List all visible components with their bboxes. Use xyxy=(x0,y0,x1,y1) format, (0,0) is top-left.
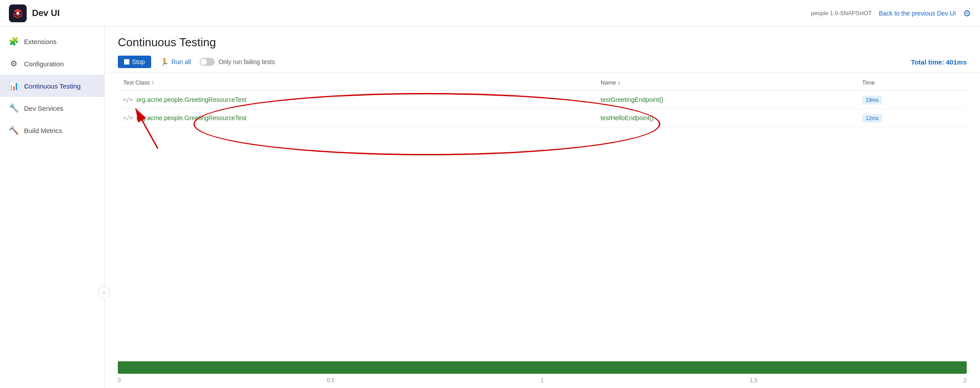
axis-label-15: 1.5 xyxy=(750,377,758,384)
main-content: Continuous Testing Stop 🏃 Run all Only r… xyxy=(104,27,980,388)
col-name[interactable]: Name ↕ xyxy=(595,75,857,91)
extensions-icon: 🧩 xyxy=(9,36,19,46)
bottom-section: 0 0.5 1 1.5 2 xyxy=(104,352,980,388)
test-class-cell: </> org.acme.people.GreetingResourceTest xyxy=(118,109,595,127)
table-row: </> org.acme.people.GreetingResourceTest… xyxy=(118,109,967,127)
col-test-class[interactable]: Test Class ↑ xyxy=(118,75,595,91)
test-name-cell: testHelloEndpoint() xyxy=(595,109,857,127)
time-badge: 19ms xyxy=(862,96,882,105)
sidebar-item-label: Continuous Testing xyxy=(24,82,80,90)
table-container: Test Class ↑ Name ↕ Time </> org.acme.pe… xyxy=(104,73,980,352)
toggle-switch[interactable] xyxy=(200,58,215,66)
only-failing-label: Only run failing tests xyxy=(218,58,275,65)
dev-services-icon: 🔧 xyxy=(9,103,19,113)
sidebar-item-configuration[interactable]: ⚙ Configuration xyxy=(0,53,104,75)
test-name-link[interactable]: testGreetingEndpoint() xyxy=(601,96,663,103)
svg-point-0 xyxy=(16,12,19,15)
run-all-label: Run all xyxy=(172,58,191,65)
test-name-cell: testGreetingEndpoint() xyxy=(595,91,857,109)
test-time-cell: 12ms xyxy=(857,109,967,127)
stop-label: Stop xyxy=(132,58,145,65)
sidebar-item-continuous-testing[interactable]: 📊 Continuous Testing xyxy=(0,75,104,97)
axis-label-0: 0 xyxy=(118,377,121,384)
stop-square-icon xyxy=(124,59,129,65)
gear-icon[interactable]: ⚙ xyxy=(963,8,971,19)
toolbar: Stop 🏃 Run all Only run failing tests To… xyxy=(118,56,967,68)
test-class-link[interactable]: org.acme.people.GreetingResourceTest xyxy=(137,96,246,103)
configuration-icon: ⚙ xyxy=(9,59,19,69)
run-all-button[interactable]: 🏃 Run all xyxy=(160,58,191,66)
page-title: Continuous Testing xyxy=(118,36,967,49)
run-icon: 🏃 xyxy=(160,58,169,66)
axis-label-05: 0.5 xyxy=(327,377,335,384)
axis-labels: 0 0.5 1 1.5 2 xyxy=(118,377,967,384)
time-badge: 12ms xyxy=(862,114,882,123)
sidebar-item-extensions[interactable]: 🧩 Extensions xyxy=(0,30,104,53)
back-to-previous-button[interactable]: Back to the previous Dev UI xyxy=(879,10,956,17)
col-time: Time xyxy=(857,75,967,91)
code-tag-icon: </> xyxy=(123,97,133,103)
progress-bar xyxy=(118,361,967,374)
header-left: Dev UI xyxy=(9,4,60,22)
sidebar-item-label: Dev Services xyxy=(24,105,63,112)
test-class-cell: </> org.acme.people.GreetingResourceTest xyxy=(118,91,595,109)
continuous-testing-icon: 📊 xyxy=(9,81,19,91)
sidebar: 🧩 Extensions ⚙ Configuration 📊 Continuou… xyxy=(0,27,104,388)
sidebar-item-build-metrics[interactable]: 🔨 Build Metrics xyxy=(0,119,104,141)
total-time-label: Total time: xyxy=(911,58,944,66)
build-metrics-icon: 🔨 xyxy=(9,125,19,135)
app-title: Dev UI xyxy=(32,8,60,18)
sidebar-item-label: Build Metrics xyxy=(24,127,62,134)
main-header: Continuous Testing Stop 🏃 Run all Only r… xyxy=(104,27,980,73)
header-right: people 1.0-SNAPSHOT Back to the previous… xyxy=(811,8,971,19)
test-class-link[interactable]: org.acme.people.GreetingResourceTest xyxy=(137,114,246,121)
total-time: Total time: 401ms xyxy=(911,58,967,66)
test-results-table: Test Class ↑ Name ↕ Time </> org.acme.pe… xyxy=(118,75,967,127)
test-name-link[interactable]: testHelloEndpoint() xyxy=(601,114,654,121)
only-failing-toggle[interactable]: Only run failing tests xyxy=(200,58,275,66)
main-layout: 🧩 Extensions ⚙ Configuration 📊 Continuou… xyxy=(0,27,980,388)
test-time-cell: 19ms xyxy=(857,91,967,109)
axis-label-1: 1 xyxy=(541,377,544,384)
axis-label-2: 2 xyxy=(964,377,967,384)
sidebar-item-label: Extensions xyxy=(24,38,56,45)
sidebar-item-label: Configuration xyxy=(24,60,64,68)
app-header: Dev UI people 1.0-SNAPSHOT Back to the p… xyxy=(0,0,980,27)
table-row: </> org.acme.people.GreetingResourceTest… xyxy=(118,91,967,109)
table-header-row: Test Class ↑ Name ↕ Time xyxy=(118,75,967,91)
sidebar-item-dev-services[interactable]: 🔧 Dev Services xyxy=(0,97,104,119)
snapshot-label: people 1.0-SNAPSHOT xyxy=(811,10,872,16)
total-time-value: 401ms xyxy=(946,58,967,66)
code-tag-icon: </> xyxy=(123,115,133,121)
logo xyxy=(9,4,27,22)
stop-button[interactable]: Stop xyxy=(118,56,151,68)
